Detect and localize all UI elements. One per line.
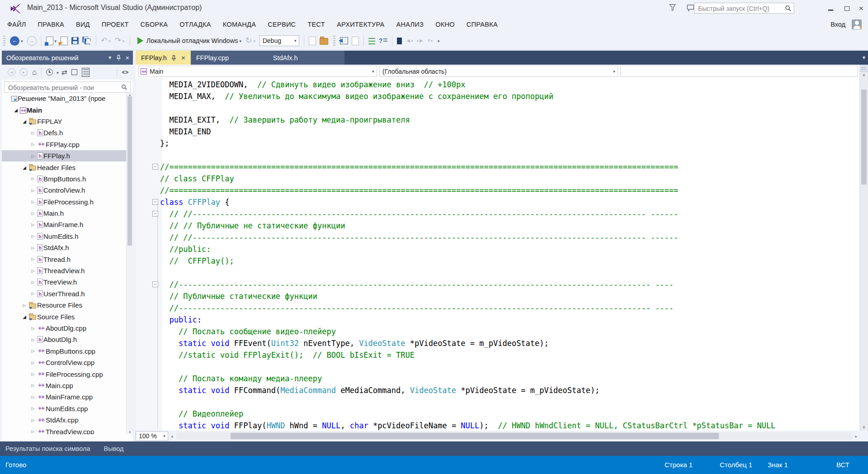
code-line-11[interactable]: −class CFFPlay { [160,196,860,208]
next-bookmark-button[interactable]: ▪► [415,34,425,47]
save-button[interactable] [71,34,80,47]
navigate-back-button[interactable]: ←▾ [9,34,24,47]
code-view-icon[interactable]: <> [117,69,128,76]
expander-collapsed-icon[interactable]: ▷ [29,337,37,342]
menu-item-3[interactable]: ПРОЕКТ [96,21,135,28]
user-avatar[interactable] [852,19,862,29]
menu-item-9[interactable]: АРХИТЕКТУРА [331,21,391,28]
tree-item-source-files[interactable]: ◢Source Files [2,311,127,322]
expander-collapsed-icon[interactable]: ▷ [29,372,37,376]
close-button[interactable]: × [854,4,868,13]
code-line-10[interactable]: //======================================… [160,185,860,196]
code-line-14[interactable]: // //-----------------------------------… [160,232,860,243]
code-line-5[interactable]: MEDIA_END [160,126,860,137]
solution-search-box[interactable] [4,81,131,93]
code-line-19[interactable]: // Публичные статические функции [160,290,860,302]
tree-item-header-files[interactable]: ◢Header Files [2,161,127,173]
tree-item-threadview.cpp[interactable]: ▷++ThreadView.cpp [2,426,127,434]
navigate-forward-button[interactable]: → [26,34,38,47]
refresh-button[interactable]: ↻▾ [245,34,257,47]
solution-configuration-select[interactable]: Debug ▾ [259,35,299,46]
minimize-button[interactable] [824,4,837,13]
undo-button[interactable]: ↶▾ [100,34,112,47]
code-line-13[interactable]: // // Публичные не статические функции [160,220,860,232]
menu-item-0[interactable]: ФАЙЛ [1,21,32,28]
expander-collapsed-icon[interactable]: ▷ [21,303,28,308]
sign-in-link[interactable]: Вход [830,21,845,28]
menu-item-5[interactable]: ОТЛАДКА [174,21,217,28]
tree-item-aboutdlg.cpp[interactable]: ▷++AboutDlg.cpp [2,322,127,334]
save-all-button[interactable] [81,34,92,47]
tree-item-ffplay.h[interactable]: ▷hFFPlay.h [2,150,127,161]
solution-explorer-header[interactable]: Обозреватель решений ▼ × [2,51,133,65]
tree-item-numedits.cpp[interactable]: ▷++NumEdits.cpp [2,403,127,414]
code-line-4[interactable]: MEDIA_EXIT, // Завершить работу медиа-пр… [160,114,860,126]
quick-launch-box[interactable] [694,3,794,14]
expander-collapsed-icon[interactable]: ▷ [29,211,37,216]
toolbar-options-button[interactable]: ▾ [435,34,441,47]
window-position-menu-icon[interactable]: ▼ [108,55,112,60]
tree-item-bmpbuttons.h[interactable]: ▷hBmpButtons.h [2,173,127,185]
sync-document-button[interactable] [351,34,360,47]
toolbar-grip[interactable] [3,36,5,46]
code-line-25[interactable] [160,361,860,373]
previous-bookmark-button[interactable]: ◄▪ [405,34,414,47]
collapse-all-icon[interactable] [71,69,77,75]
quick-launch-input[interactable] [697,4,780,14]
tree-item-решение-main_2013-прое[interactable]: Решение "Main_2013" (прое [2,93,127,104]
menu-item-12[interactable]: СПРАВКА [461,21,504,28]
expander-collapsed-icon[interactable]: ▷ [29,131,37,135]
tree-item-aboutdlg.h[interactable]: ▷hAboutDlg.h [2,334,127,345]
code-line-23[interactable]: static void FFEvent(Uint32 nEventType, V… [160,337,860,349]
toggle-bookmark-button[interactable] [396,34,403,47]
expander-expanded-icon[interactable]: ◢ [21,165,28,170]
tree-item-bmpbuttons.cpp[interactable]: ▷++BmpButtons.cpp [2,346,127,357]
document-list-dropdown-icon[interactable]: ▼ [862,51,866,65]
navigate-to-symbol-button[interactable] [339,34,349,47]
editor-margin[interactable] [136,78,162,431]
tree-item-thread.h[interactable]: ▷hThread.h [2,253,127,265]
toolbar-grip[interactable] [333,36,335,46]
code-line-16[interactable]: // CFFPlay(); [160,255,860,267]
code-line-8[interactable]: −//=====================================… [160,161,860,173]
scroll-down-icon[interactable]: ▼ [860,425,868,430]
expander-collapsed-icon[interactable]: ▷ [29,246,37,250]
code-line-12[interactable]: − // //---------------------------------… [160,208,860,220]
close-panel-icon[interactable]: × [125,54,129,62]
expander-collapsed-icon[interactable]: ▷ [29,188,37,193]
tree-item-userthread.h[interactable]: ▷hUserThread.h [2,288,127,299]
code-line-18[interactable]: − //------------------------------------… [160,279,860,290]
collapse-region-icon[interactable]: − [152,164,158,170]
tree-item-stdafx.h[interactable]: ▷hStdAfx.h [2,242,127,253]
tree-item-stdafx.cpp[interactable]: ▷++StdAfx.cpp [2,414,127,426]
editor-vertical-scrollbar[interactable]: ▲ ▼ [859,65,868,431]
expander-collapsed-icon[interactable]: ▷ [29,234,37,238]
tab-ffplay-h[interactable]: FFPlay.h × [136,51,191,65]
expander-collapsed-icon[interactable]: ▷ [29,269,37,273]
tab-ffplay-cpp[interactable]: FFPlay.cpp [191,51,268,65]
code-line-24[interactable]: //static void FFPlayExit(); // BOOL bIsE… [160,349,860,361]
expander-collapsed-icon[interactable]: ▷ [29,406,37,411]
new-file-button[interactable]: ▾ [45,34,58,47]
code-line-15[interactable]: //public: [160,243,860,255]
expander-collapsed-icon[interactable]: ▷ [29,223,37,227]
menu-item-4[interactable]: СБОРКА [135,21,174,28]
refresh-icon[interactable]: ⇄ [61,69,67,76]
pin-tab-icon[interactable] [171,55,176,62]
chevron-down-icon[interactable]: ▾ [57,71,59,75]
zoom-select[interactable]: 100 % ▾ [136,431,168,441]
menu-item-1[interactable]: ПРАВКА [32,21,70,28]
scrollbar-thumb[interactable] [861,90,867,185]
find-in-files-button[interactable] [308,34,317,47]
expander-collapsed-icon[interactable]: ▷ [29,291,37,296]
solution-folder-button[interactable] [319,34,329,47]
collapse-region-icon[interactable]: − [152,199,158,205]
split-window-handle[interactable] [860,65,868,72]
back-icon[interactable]: ◂ [8,68,15,76]
tree-item-mainframe.cpp[interactable]: ▷++MainFrame.cpp [2,391,127,403]
tree-item-mainframe.h[interactable]: ▷hMainFrame.h [2,219,127,230]
menu-item-7[interactable]: СЕРВИС [262,21,302,28]
scroll-up-icon[interactable]: ▲ [860,72,868,77]
code-line-2[interactable]: MEDIA_MAX, // Увеличить до максимума вид… [160,90,860,102]
code-text[interactable]: MEDIA_2VIDEODOWN, // Сдвинуть видео изоб… [160,79,860,431]
